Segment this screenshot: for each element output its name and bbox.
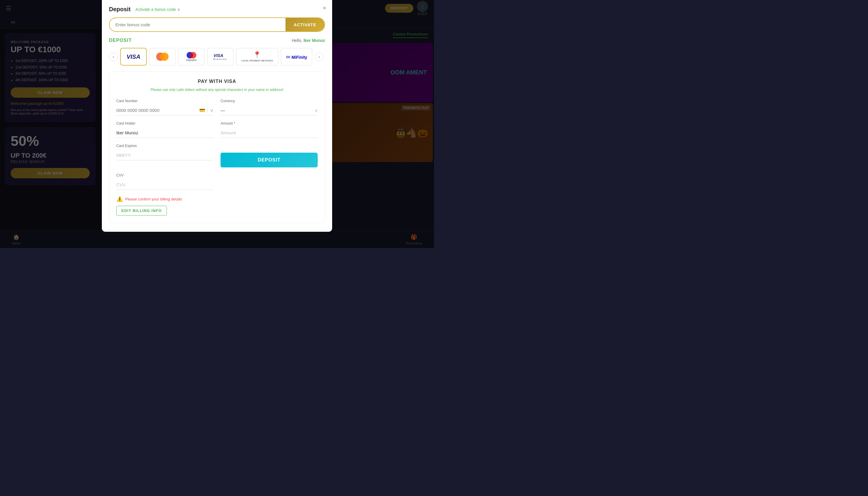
amount-label: Amount * — [220, 121, 318, 125]
user-name: Iker Munoz — [304, 38, 325, 43]
currency-label: Currency — [220, 99, 318, 103]
maestro-text: maestro — [186, 59, 197, 62]
currency-chevron-icon: ∨ — [315, 108, 318, 113]
chevron-down-icon: ∨ — [210, 107, 214, 113]
mastercard-logo — [156, 52, 169, 61]
card-number-input[interactable] — [116, 105, 199, 115]
pay-form-box: PAY WITH VISA Please use only Latin lett… — [109, 72, 325, 223]
deposit-header: DEPOSIT Hello, Iker Munoz — [109, 38, 325, 43]
hello-text: Hello, Iker Munoz — [292, 38, 325, 43]
modal-title: Deposit — [109, 6, 130, 13]
currency-value: — — [220, 108, 315, 113]
payment-method-mastercard[interactable] — [149, 48, 176, 65]
cardholder-group: Card Holder — [116, 121, 214, 138]
card-input-wrap: 💳 | ∨ — [116, 105, 214, 115]
deposit-submit-button[interactable]: DEPOSIT — [220, 153, 318, 167]
bonus-code-section: ACTIVATE — [109, 17, 325, 32]
activate-bonus-link[interactable]: Activate a bonus code ∨ — [135, 7, 180, 12]
mc-circle-orange — [160, 52, 169, 61]
currency-group: Currency — ∨ — [220, 99, 318, 115]
activate-code-button[interactable]: ACTIVATE — [285, 18, 324, 31]
payment-prev-button[interactable]: ‹ — [109, 52, 118, 61]
payment-next-button[interactable]: › — [315, 52, 324, 61]
amount-input[interactable] — [220, 128, 318, 138]
form-row-4: CVV — [116, 173, 318, 190]
cvv-input[interactable] — [116, 180, 214, 190]
cardholder-label: Card Holder — [116, 121, 214, 125]
required-star: * — [234, 121, 235, 125]
form-row-2: Card Holder Amount * — [116, 121, 318, 138]
deposit-btn-spacer — [220, 144, 318, 148]
pay-with-title: PAY WITH VISA — [116, 79, 318, 84]
card-expires-input[interactable] — [116, 150, 214, 160]
billing-warn-text: Please confirm your billing details — [125, 197, 182, 201]
card-expires-group: Card Expires — [116, 144, 214, 167]
mifinity-logo: ∞ MiFinity — [286, 53, 307, 60]
card-icons: 💳 | ∨ — [199, 107, 214, 113]
cvv-right-spacer — [220, 173, 318, 190]
amount-group: Amount * — [220, 121, 318, 138]
bonus-code-input[interactable] — [110, 18, 285, 31]
card-expires-label: Card Expires — [116, 144, 214, 148]
bonus-input-wrap: ACTIVATE — [109, 17, 325, 32]
deposit-section: DEPOSIT Hello, Iker Munoz ‹ VISA — [102, 38, 332, 223]
warning-icon: ⚠️ — [116, 196, 123, 202]
billing-warning: ⚠️ Please confirm your billing details — [116, 196, 318, 202]
modal-close-button[interactable]: × — [323, 5, 326, 12]
payment-method-visa[interactable]: VISA — [120, 48, 147, 65]
maestro-logo: maestro — [186, 52, 197, 62]
currency-select-wrap[interactable]: — ∨ — [220, 105, 318, 115]
deposit-btn-group: DEPOSIT — [220, 144, 318, 167]
divider: | — [207, 108, 208, 113]
form-row-1: Card Number 💳 | ∨ Currency — ∨ — [116, 99, 318, 115]
form-row-3: Card Expires DEPOSIT — [116, 144, 318, 167]
card-number-group: Card Number 💳 | ∨ — [116, 99, 214, 115]
payment-method-mifinity[interactable]: ∞ MiFinity — [281, 48, 313, 65]
card-icon: 💳 — [199, 107, 205, 113]
payment-method-local[interactable]: 📍 LOCAL PAYMENT METHODS — [236, 48, 278, 65]
cvv-label: CVV — [116, 173, 214, 177]
mae-red — [190, 52, 196, 59]
modal-header: Deposit Activate a bonus code ∨ × — [102, 0, 332, 17]
deposit-modal: Deposit Activate a bonus code ∨ × ACTIVA… — [102, 0, 332, 232]
local-payment-logo: 📍 LOCAL PAYMENT METHODS — [241, 51, 273, 62]
payment-methods: ‹ VISA maestro — [109, 48, 325, 65]
cardholder-input[interactable] — [116, 128, 214, 138]
deposit-label: DEPOSIT — [109, 38, 132, 43]
cvv-group: CVV — [116, 173, 214, 190]
visa-logo: VISA — [127, 53, 141, 60]
edit-billing-button[interactable]: EDIT BILLING INFO — [116, 206, 167, 216]
payment-method-visa-electron[interactable]: VISA Electron — [207, 48, 234, 65]
payment-method-maestro[interactable]: maestro — [178, 48, 205, 65]
maestro-circles — [187, 52, 196, 59]
card-number-label: Card Number — [116, 99, 214, 103]
visa-warning-text: Please use only Latin letters without an… — [116, 88, 318, 92]
visa-electron-logo: VISA Electron — [214, 53, 227, 61]
